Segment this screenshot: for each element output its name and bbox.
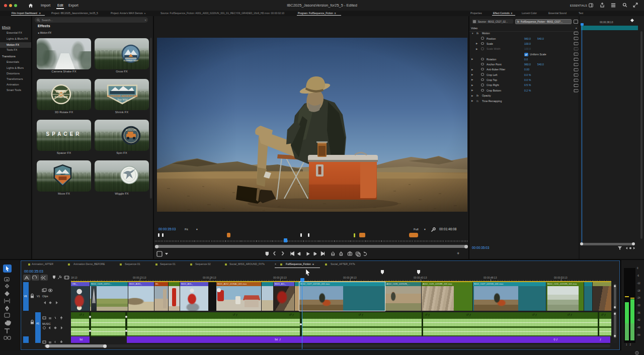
svg-text:Stay Wild: Stay Wild — [117, 98, 128, 101]
svg-text:SUMMER CAMP: SUMMER CAMP — [123, 59, 138, 62]
svg-text:ADVENTURE: ADVENTURE — [126, 129, 137, 131]
svg-text:CAMPER: CAMPER — [54, 96, 68, 99]
svg-text:CAMP: CAMP — [60, 173, 65, 175]
svg-text:OUTDOOR ADVENTURE: OUTDOOR ADVENTURE — [107, 95, 138, 98]
